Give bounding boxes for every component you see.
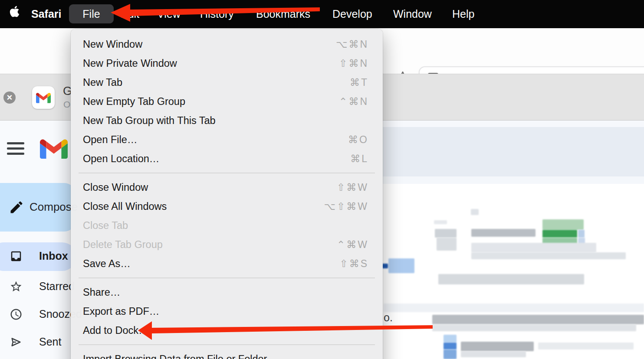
menu-item-label: Add to Dock… (83, 325, 149, 336)
blurred-content-block (444, 343, 457, 349)
menu-item-label: Save As… (83, 258, 131, 270)
menu-item-label: Open Location… (83, 153, 159, 165)
macos-menu-bar: Safari File Edit View History Bookmarks … (0, 0, 644, 28)
blurred-content-block (471, 209, 479, 215)
star-icon (10, 280, 23, 293)
file-menu-item-import-browsing-data-from-file-or-folder[interactable]: Import Browsing Data from File or Folder (71, 349, 383, 359)
file-menu-item-save-as[interactable]: Save As…⇧⌘S (71, 254, 383, 273)
menubar-item-file-active[interactable]: File (69, 4, 114, 23)
gmail-favicon (32, 86, 55, 109)
menu-item-label: New Tab (83, 77, 122, 88)
pencil-icon (9, 199, 24, 215)
menu-item-shortcut: ⌘L (350, 153, 368, 165)
inbox-icon (10, 250, 23, 263)
menu-item-label: Close All Windows (83, 201, 167, 212)
blurred-content-block (538, 343, 634, 349)
file-menu-item-close-tab[interactable]: Close Tab (71, 216, 383, 235)
file-menu-item-export-as-pdf[interactable]: Export as PDF… (71, 302, 383, 321)
gmail-header-band (373, 121, 644, 127)
blurred-content-block (542, 219, 584, 230)
file-menu-item-new-tab-group-with-this-tab[interactable]: New Tab Group with This Tab (71, 111, 383, 130)
gmail-logo (40, 138, 68, 160)
menu-item-label: Import Browsing Data from File or Folder (83, 353, 267, 359)
menu-item-label: New Window (83, 39, 142, 50)
menu-item-label: Close Window (83, 182, 148, 193)
menubar-item-edit[interactable]: Edit (121, 0, 139, 28)
menubar-item-safari[interactable]: Safari (31, 0, 61, 28)
file-dropdown-menu: New Window⌥⌘NNew Private Window⇧⌘NNew Ta… (71, 29, 383, 359)
blurred-content-block (461, 351, 526, 357)
blurred-content-block (435, 229, 457, 238)
hamburger-menu-icon[interactable] (7, 142, 24, 158)
send-icon (10, 336, 23, 349)
menu-separator (71, 168, 383, 178)
blurred-content-block (578, 230, 585, 238)
screenshot-stage: Compose Inbox Starred Snoozed (0, 0, 644, 359)
gmail-header-band-blurred (373, 127, 644, 176)
menubar-item-history[interactable]: History (200, 0, 234, 28)
menu-item-label: Export as PDF… (83, 306, 159, 317)
menu-item-label: Delete Tab Group (83, 239, 163, 251)
menu-item-label: New Tab Group with This Tab (83, 115, 216, 127)
blurred-email-text-fragment: o. (384, 311, 393, 324)
blurred-content-block (432, 315, 644, 324)
file-menu-item-close-window[interactable]: Close Window⇧⌘W (71, 178, 383, 197)
file-menu-item-new-tab[interactable]: New Tab⌘T (71, 73, 383, 92)
menubar-item-window[interactable]: Window (393, 0, 432, 28)
blurred-content-block (471, 243, 596, 252)
menubar-item-view[interactable]: View (157, 0, 181, 28)
blurred-content-block (388, 258, 414, 273)
blurred-content-block (444, 349, 457, 359)
menubar-item-help[interactable]: Help (452, 0, 474, 28)
menu-item-label: Close Tab (83, 220, 128, 232)
menubar-item-file-label: File (82, 8, 100, 20)
close-banner-button[interactable]: × (3, 91, 16, 104)
menu-separator (71, 273, 383, 283)
file-menu-item-open-file[interactable]: Open File…⌘O (71, 130, 383, 149)
menu-item-shortcut: ⌃⌘N (339, 96, 368, 108)
banner-subtitle-fragment: O (63, 99, 70, 110)
file-menu-item-new-window[interactable]: New Window⌥⌘N (71, 35, 383, 54)
apple-logo-icon[interactable] (10, 0, 20, 28)
file-menu-item-delete-tab-group[interactable]: Delete Tab Group⌃⌘W (71, 235, 383, 254)
file-menu-item-add-to-dock[interactable]: Add to Dock… (71, 321, 383, 340)
sidebar-item-label: Starred (39, 280, 75, 293)
menu-item-label: Open File… (83, 134, 137, 146)
blurred-content-block (382, 264, 388, 268)
menubar-item-develop[interactable]: Develop (332, 0, 372, 28)
menubar-item-bookmarks[interactable]: Bookmarks (256, 0, 310, 28)
clock-icon (10, 308, 23, 321)
file-menu-item-new-empty-tab-group[interactable]: New Empty Tab Group⌃⌘N (71, 92, 383, 111)
menu-item-shortcut: ⌥⌘N (336, 39, 368, 50)
blurred-content-block (384, 304, 644, 312)
blurred-content-block (471, 229, 536, 237)
file-menu-item-new-private-window[interactable]: New Private Window⇧⌘N (71, 54, 383, 73)
gmail-header-band-lower (373, 176, 644, 184)
blurred-content-block (437, 238, 457, 251)
menu-item-shortcut: ⌃⌘W (337, 239, 368, 251)
file-menu-item-close-all-windows[interactable]: Close All Windows⌥⇧⌘W (71, 197, 383, 216)
menu-separator (71, 340, 383, 349)
blurred-content-block (461, 342, 534, 351)
menu-item-shortcut: ⌘T (350, 77, 368, 88)
blurred-content-block (438, 274, 584, 284)
blurred-content-block (444, 335, 457, 343)
blurred-content-block (434, 220, 447, 224)
menu-item-label: Share… (83, 287, 120, 298)
menu-item-shortcut: ⇧⌘W (337, 182, 368, 193)
file-menu-item-open-location[interactable]: Open Location…⌘L (71, 149, 383, 168)
sidebar-item-label: Inbox (39, 250, 68, 262)
blurred-content-block (542, 230, 577, 238)
sidebar-item-label: Sent (39, 336, 61, 348)
menu-item-label: New Empty Tab Group (83, 96, 185, 108)
blurred-content-block (471, 252, 626, 259)
menu-item-shortcut: ⇧⌘S (339, 258, 368, 270)
menu-item-shortcut: ⌥⇧⌘W (324, 201, 368, 212)
menu-item-label: New Private Window (83, 58, 177, 69)
menu-item-shortcut: ⇧⌘N (339, 58, 368, 69)
file-menu-item-share[interactable]: Share… (71, 283, 383, 302)
compose-button[interactable]: Compose (0, 183, 76, 232)
blurred-content-block (432, 324, 636, 331)
menu-item-shortcut: ⌘O (348, 134, 368, 146)
